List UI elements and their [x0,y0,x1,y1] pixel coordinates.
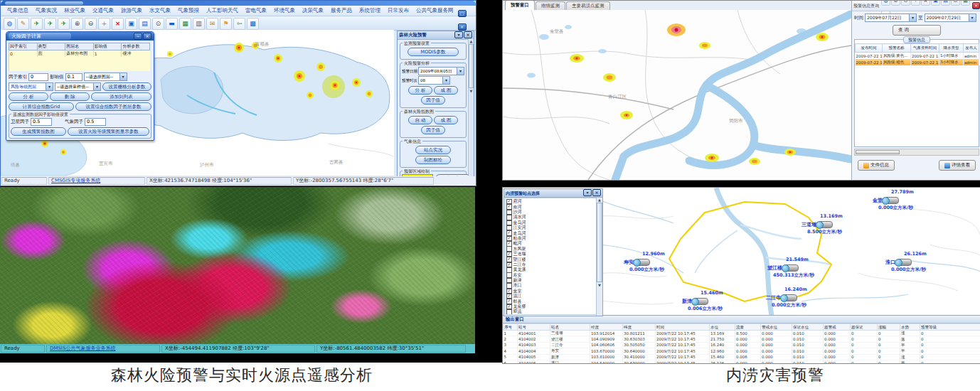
checkbox-icon[interactable] [506,289,512,294]
globe-icon[interactable]: ◍ [4,18,16,30]
checkbox-icon[interactable] [506,309,512,315]
output-table-header[interactable]: 流量 [735,324,761,331]
gauge-station[interactable]: 新津 15.460m 0.006立方米/秒 [682,298,708,305]
flood-table-header[interactable]: 预警名称 [883,44,911,53]
identify-icon[interactable]: ⊙ [152,18,164,30]
layers-icon[interactable]: ▦ [179,18,191,30]
scalebar-icon[interactable]: ▬ [166,18,178,30]
menu-item[interactable]: 日常发布 [384,7,412,14]
fly-pan-icon[interactable]: ✈ [44,18,56,30]
station-map-area[interactable]: 金堂 27.789m 0.000立方米/秒 三道堰 13.169m 8.500立… [503,188,980,316]
close-icon[interactable]: × [464,31,472,38]
calc-grid-button[interactable]: 计算综合指数Grid [9,102,74,111]
flood-map-canvas[interactable] [503,10,851,180]
close-view-icon[interactable]: × [921,0,930,6]
checkbox-icon[interactable] [506,283,512,289]
grade-layer-select[interactable]: 风险等级图层 [9,82,53,91]
zoom-out-icon[interactable]: ⊖ [85,18,97,30]
checkbox-icon[interactable] [506,220,512,226]
index-action-button[interactable]: 成 图 [434,116,458,124]
checkbox-icon[interactable] [506,199,512,205]
fly-select-icon[interactable]: ✈ [58,18,70,30]
flood-map-area[interactable]: 金堂县青白江区简阳市 [503,10,851,180]
flood-file-button[interactable]: 文件信息 [858,160,895,171]
delete-button[interactable]: 删 除 [50,92,90,101]
factor-index-input[interactable]: 0 [28,73,48,81]
menu-item[interactable]: 系统管理 [356,7,384,14]
globe-icon[interactable]: ◍ [881,0,890,6]
menu-item[interactable]: 旅游气象 [117,7,146,14]
weather-action-button[interactable]: 制图标绘 [415,156,451,164]
flood-detail-button[interactable]: 详情查看 [939,160,976,171]
factor-table[interactable]: 因子索引类型图层名影响值分析参数 0面森林分布图1缓冲 [9,43,150,71]
warn-date-select[interactable]: 2009年08月05日 [418,67,464,75]
menu-item[interactable]: 气象实况 [32,7,60,14]
remote-sensing-image[interactable] [0,187,475,344]
checkbox-icon[interactable] [506,294,512,299]
output-table-header[interactable]: 站号 [518,324,550,331]
output-table-header[interactable]: 超保证 [851,324,878,331]
checkbox-icon[interactable] [506,272,512,278]
weather-action-button[interactable]: 站点实况 [415,146,451,154]
menu-item[interactable]: 人工影响天气 [203,7,242,14]
zoom-in-icon[interactable]: ⊕ [891,0,900,6]
layer-select[interactable]: --请选择图层-- [84,73,127,81]
factor-table-header[interactable]: 因子索引 [9,43,38,50]
sample-select[interactable]: --请选择采样值-- [55,82,101,91]
menu-item[interactable]: 气象预报 [174,7,203,14]
station-checkbox-row[interactable]: 双流 [506,309,596,314]
output-table-header[interactable]: 站名 [550,324,590,331]
maximize-icon[interactable]: □ [458,10,467,17]
gauge-station[interactable]: 二江寺 16.240m 0.000立方米/秒 [766,294,797,301]
collapse-icon[interactable]: ▾ [583,189,592,196]
checkbox-icon[interactable] [506,252,512,257]
flood-h-scrollbar[interactable] [854,149,979,156]
fire-map-area[interactable]: 富顺县珙县宜宾市泸州市古蔺县 火险因子计算 −× 因子索引类型图层名影响值分析参… [1,30,394,176]
index-action-button[interactable]: 因子值 [421,126,445,134]
flood-date-to[interactable]: 2009年07月29日 [925,14,976,22]
flood-table-row[interactable]: 2009-07-22 1... 风险级:橙色 2009-07-22 1... 3… [856,59,979,65]
factor-table-row[interactable]: 0面森林分布图1缓冲 [9,50,150,58]
flood-tab[interactable]: 预警窗口 [505,0,535,10]
output-table-row[interactable]: 54104005新津103.81000030.4100002009/7/22 1… [504,354,980,360]
checkbox-icon[interactable] [506,225,512,231]
set-factor-layer-button[interactable]: 设置综合指数因子图层参数 [75,102,151,111]
fire-window-titlebar[interactable] [1,1,476,6]
flood-table-header[interactable]: 发布时间 [856,44,883,53]
flood-table-header[interactable]: 降水类型 [939,44,964,53]
menu-item[interactable]: 环境气象 [270,7,299,14]
layer-panel-scrollbar[interactable]: ▲▼ [596,198,602,316]
print-icon[interactable]: ▥ [193,18,205,30]
checkbox-icon[interactable] [506,299,512,304]
back-icon[interactable]: ⇦ [233,18,245,30]
close-icon[interactable]: × [458,23,467,31]
doc-icon[interactable]: ▤ [941,0,950,6]
flood-table-header[interactable]: 气象资料时间 [911,44,939,53]
output-table-row[interactable]: 14104001三道堰103.91201430.8012112009/7/22 … [504,331,980,336]
pan-icon[interactable]: + [911,0,920,6]
menu-item[interactable]: 气象信息 [4,7,32,14]
menu-item[interactable]: 公共气象服务网 [412,7,457,14]
menu-item[interactable]: 雷电气象 [242,7,270,14]
factor-table-header[interactable]: 影响值 [93,43,122,50]
output-table-row[interactable]: 64104006淮口104.54000030.6300002009/7/22 1… [504,360,980,364]
checkbox-icon[interactable] [506,257,512,262]
gauge-station[interactable]: 金堂 27.789m 0.000立方米/秒 [873,197,899,204]
output-table-header[interactable]: 预警等级 [920,324,980,331]
flood-table-header[interactable]: 发布人 [964,44,979,53]
flood-tab[interactable]: 主要易涝点监测 [566,1,610,10]
measure-icon[interactable]: ✎ [17,18,29,30]
zoom-out-icon[interactable]: ⊖ [901,0,910,6]
zoom-in-icon[interactable]: ⊕ [71,18,83,30]
layers-icon[interactable]: ▦ [961,0,970,6]
export-icon[interactable]: ✉ [206,18,218,30]
modis-params-button[interactable]: MODIS参数 [408,48,459,56]
menu-item[interactable]: 水文气象 [146,7,174,14]
output-table-header[interactable]: 保证水位 [792,324,824,331]
pushpin-icon[interactable]: ▾ [454,31,463,38]
menu-item[interactable]: 林业气象 [60,7,89,14]
checkbox-icon[interactable] [506,267,512,273]
checkbox-icon[interactable] [506,210,512,215]
output-table-header[interactable]: 序号 [504,324,518,331]
fire-factor-dialog[interactable]: 火险因子计算 −× 因子索引类型图层名影响值分析参数 0面森林分布图1缓冲 [6,31,154,141]
